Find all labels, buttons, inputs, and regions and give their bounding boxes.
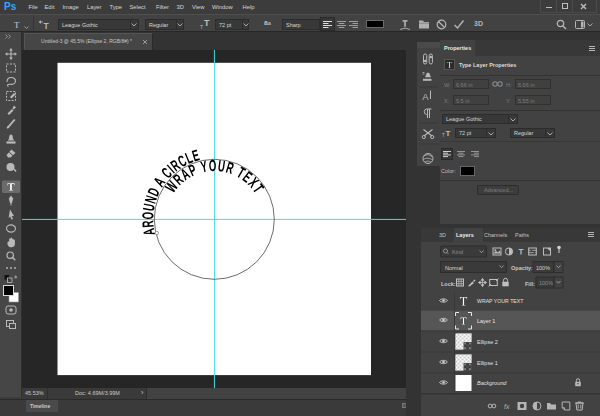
svg-text:Ellipse 1: Ellipse 1 (477, 360, 498, 366)
svg-text:Lock:: Lock: (441, 281, 456, 287)
svg-text:WRAP YOUR TEXT: WRAP YOUR TEXT (477, 298, 524, 304)
svg-text:100%: 100% (536, 265, 550, 271)
svg-text:T: T (44, 21, 50, 29)
svg-text:T: T (519, 247, 524, 256)
svg-text:100%: 100% (539, 280, 553, 286)
svg-text:Opacity:: Opacity: (511, 265, 533, 271)
svg-text:fx: fx (504, 403, 510, 410)
svg-text:Layer 1: Layer 1 (477, 318, 495, 324)
svg-text:Normal: Normal (445, 265, 463, 271)
svg-text:Ellipse 2: Ellipse 2 (477, 339, 498, 345)
svg-text:A: A (422, 91, 429, 102)
svg-text:Background: Background (477, 380, 507, 386)
svg-text:Fill:: Fill: (525, 281, 535, 287)
svg-text:Kind: Kind (452, 249, 463, 255)
